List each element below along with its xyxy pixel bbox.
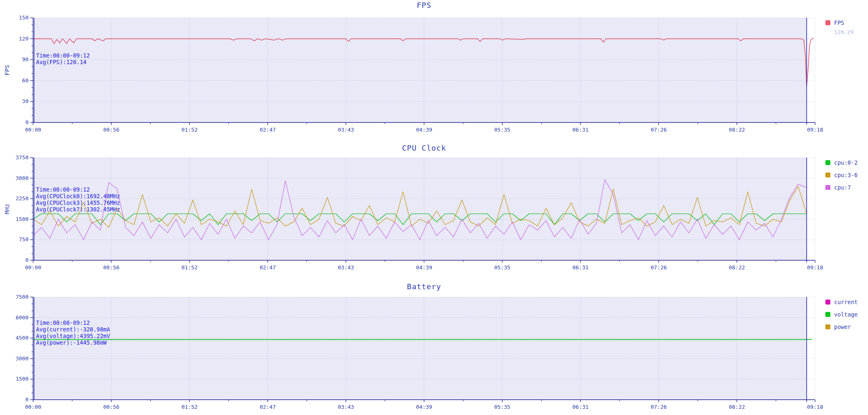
x-tick-label: 05:35 — [494, 264, 510, 271]
y-tick-label: 90 — [22, 56, 29, 62]
x-tick-label: 06:31 — [572, 127, 588, 133]
x-tick-label: 07:26 — [650, 127, 667, 133]
x-tick-label: 03:43 — [338, 127, 354, 133]
legend-label: voltage — [834, 311, 858, 318]
x-tick-label: 07:26 — [650, 404, 667, 410]
battery-chart-plot[interactable]: 01500300045006000750000:0000:5601:5202:4… — [0, 294, 868, 413]
annotation-line: Avg(CPUClock0):1692.48MHz — [36, 193, 120, 199]
fps-chart-title: FPS — [33, 1, 815, 10]
y-tick-label: 7500 — [16, 294, 29, 300]
y-tick-label: 0 — [25, 119, 29, 125]
y-axis-title: FPS — [4, 65, 10, 75]
x-tick-label: 05:35 — [494, 127, 510, 133]
y-tick-label: 120 — [19, 36, 29, 42]
annotation-line: Avg(power):-1445.98mW — [36, 339, 107, 346]
annotation-line: Time:00:00-09:12 — [36, 319, 90, 326]
cpu-clock-chart-plot[interactable]: 0750150022503000375000:0000:5601:5202:47… — [0, 154, 868, 273]
x-tick-label: 02:47 — [259, 264, 276, 271]
legend-label: FPS — [834, 19, 844, 26]
legend-swatch-icon — [825, 20, 830, 25]
x-tick-label: 02:47 — [259, 127, 276, 133]
x-tick-label: 02:47 — [259, 404, 276, 410]
legend-swatch-icon — [825, 312, 830, 317]
x-tick-label: 00:00 — [25, 264, 41, 271]
x-tick-label: 05:35 — [494, 404, 510, 410]
x-tick-label: 06:31 — [572, 264, 588, 271]
legend-label: power — [834, 324, 851, 330]
annotation-line: Avg(voltage):4395.22mV — [36, 333, 110, 339]
y-tick-label: 60 — [22, 77, 29, 84]
x-tick-label: 06:31 — [572, 404, 588, 410]
annotation-line: Time:00:00-09:12 — [36, 186, 90, 193]
annotation-line: Time:00:00-09:12 — [36, 52, 90, 59]
y-tick-label: 3000 — [16, 355, 29, 362]
selection-shaded-region — [33, 297, 807, 400]
y-axis-title: MHz — [4, 204, 10, 214]
fps-chart-plot[interactable]: 030609012015000:0000:5601:5202:4703:4304… — [0, 14, 868, 136]
x-tick-label: 00:56 — [103, 127, 119, 133]
x-tick-label: 01:52 — [181, 264, 197, 271]
legend-label: cpu:0-2 — [834, 159, 858, 166]
x-tick-label: 04:39 — [416, 404, 432, 410]
y-tick-label: 6000 — [16, 314, 29, 321]
legend-label: cpu:3-6 — [834, 172, 858, 178]
cpu-clock-chart-title: CPU Clock — [33, 144, 815, 152]
x-tick-label: 07:26 — [650, 264, 667, 271]
x-tick-label: 00:56 — [103, 264, 119, 271]
x-tick-label: 08:22 — [729, 127, 745, 133]
y-tick-label: 1500 — [16, 216, 29, 222]
y-tick-label: 4500 — [16, 335, 29, 341]
legend-item-cpu-0-2[interactable]: cpu:0-2 — [825, 159, 858, 166]
x-tick-label: 09:18 — [807, 264, 823, 271]
y-tick-label: 150 — [19, 14, 29, 21]
legend-item-FPS[interactable]: FPS120.29 — [825, 19, 854, 35]
legend-label: cpu:7 — [834, 184, 851, 191]
legend-swatch-icon — [825, 160, 830, 165]
legend-swatch-icon — [825, 324, 830, 329]
x-tick-label: 00:00 — [25, 127, 41, 133]
x-tick-label: 04:39 — [416, 264, 432, 271]
x-tick-label: 08:22 — [729, 264, 745, 271]
legend-item-current[interactable]: current — [825, 299, 858, 305]
perf-dashboard: FPS 030609012015000:0000:5601:5202:4703:… — [0, 0, 868, 415]
x-tick-label: 08:22 — [729, 404, 745, 410]
legend-label: current — [834, 299, 858, 305]
legend-item-cpu-7[interactable]: cpu:7 — [825, 184, 851, 191]
x-tick-label: 03:43 — [338, 264, 354, 271]
x-tick-label: 01:52 — [181, 404, 197, 410]
y-tick-label: 750 — [19, 236, 29, 242]
y-tick-label: 0 — [25, 396, 29, 403]
y-tick-label: 30 — [22, 98, 29, 104]
annotation-line: Avg(CPUClock7):1302.45MHz — [36, 206, 120, 213]
legend-item-power[interactable]: power — [825, 324, 851, 330]
x-tick-label: 09:18 — [807, 404, 823, 410]
x-tick-label: 09:18 — [807, 127, 823, 133]
y-tick-label: 3000 — [16, 175, 29, 181]
legend-swatch-icon — [825, 173, 830, 178]
x-tick-label: 00:00 — [25, 404, 41, 410]
x-tick-label: 04:39 — [416, 127, 432, 133]
y-tick-label: 0 — [25, 257, 29, 263]
x-tick-label: 03:43 — [338, 404, 354, 410]
annotation-line: Avg(FPS):120.14 — [36, 59, 86, 65]
selection-shaded-region — [33, 18, 807, 122]
y-tick-label: 2250 — [16, 195, 29, 202]
legend-item-voltage[interactable]: voltage — [825, 311, 858, 318]
annotation-line: Avg(current):-328.98mA — [36, 326, 110, 333]
legend-swatch-icon — [825, 185, 830, 190]
selection-shaded-region — [33, 158, 807, 260]
x-tick-label: 00:56 — [103, 404, 119, 410]
legend-item-cpu-3-6[interactable]: cpu:3-6 — [825, 172, 858, 178]
battery-chart-title: Battery — [33, 282, 815, 291]
annotation-line: Avg(CPUClock3):1455.76MHz — [36, 199, 120, 206]
y-tick-label: 3750 — [16, 154, 29, 161]
y-tick-label: 1500 — [16, 376, 29, 382]
legend-swatch-icon — [825, 300, 830, 305]
x-tick-label: 01:52 — [181, 127, 197, 133]
legend-current-value: 120.29 — [834, 29, 854, 35]
